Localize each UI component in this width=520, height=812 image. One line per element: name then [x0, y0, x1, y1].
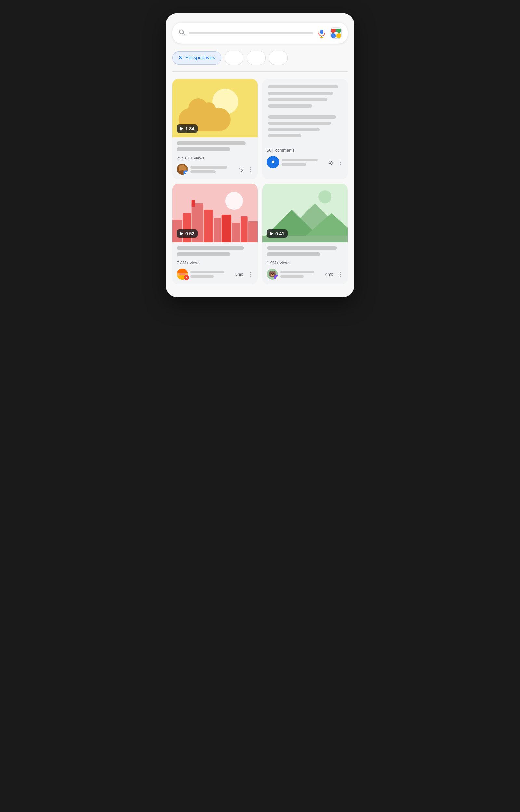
card-1-footer: ♥ 1y ⋮: [177, 164, 253, 175]
video-duration-3: 0:52: [177, 229, 198, 238]
svg-rect-18: [241, 216, 247, 242]
svg-rect-16: [222, 215, 231, 242]
card-4-author-bars: [281, 271, 323, 278]
section-divider: [172, 72, 348, 72]
search-input[interactable]: [189, 32, 313, 34]
heart-badge-1: ♥: [183, 170, 188, 175]
phone-container: ✕ Perspectives 1:34: [166, 13, 354, 297]
play-icon-3: [180, 231, 183, 235]
card-4-more-button[interactable]: ⋮: [337, 271, 343, 277]
card-1-author-bars: [190, 166, 236, 173]
card-4-footer: 🐻 ⚡ 4mo ⋮: [267, 269, 343, 280]
svg-rect-14: [204, 210, 213, 242]
svg-rect-15: [213, 218, 221, 242]
card-3[interactable]: 0:52 7.8M+ views ♥: [172, 184, 258, 284]
chip-active-label: Perspectives: [185, 55, 215, 61]
card-1-more-button[interactable]: ⋮: [247, 166, 253, 172]
card-4-title-line-2: [267, 252, 320, 256]
card-1-thumbnail: 1:34: [172, 79, 258, 137]
card-3-thumbnail: 0:52: [172, 184, 258, 242]
card-2-author-bars: [282, 159, 326, 166]
card-1-stats: 234.6K+ views: [177, 156, 253, 161]
card-4-thumbnail: 0:41: [262, 184, 348, 242]
card-4-body: 1.9M+ views 🐻 ⚡ 4mo ⋮: [262, 242, 348, 284]
card-2[interactable]: 50+ comments ✦ 2y ⋮: [262, 79, 348, 179]
card-4-time: 4mo: [325, 272, 334, 277]
card-3-author-bars: [190, 271, 233, 278]
search-icon: [178, 29, 185, 38]
card-3-time: 3mo: [235, 272, 243, 277]
card-2-footer: ✦ 2y ⋮: [267, 156, 343, 168]
filter-chips: ✕ Perspectives: [172, 51, 348, 65]
mic-icon[interactable]: [317, 29, 326, 38]
cards-grid: 1:34 234.6K+ views ♥: [172, 79, 348, 284]
chip-filter-2[interactable]: [225, 51, 243, 65]
chip-filter-3[interactable]: [247, 51, 265, 65]
card-2-stats: 50+ comments: [267, 148, 343, 153]
card-3-avatar: ♥: [177, 269, 188, 280]
star-icon: ✦: [270, 158, 276, 166]
lightning-badge-4: ⚡: [274, 275, 278, 280]
card-3-more-button[interactable]: ⋮: [247, 271, 253, 277]
video-duration-1: 1:34: [177, 124, 198, 133]
chip-x-icon: ✕: [178, 55, 183, 61]
svg-rect-19: [248, 221, 258, 242]
svg-rect-17: [232, 223, 240, 242]
card-1-time: 1y: [239, 167, 243, 172]
card-1-avatar: ♥: [177, 164, 188, 175]
card-1-title-line-2: [177, 147, 230, 151]
card-1-body: 234.6K+ views ♥ 1y ⋮: [172, 137, 258, 179]
chip-filter-4[interactable]: [269, 51, 288, 65]
svg-rect-2: [320, 30, 323, 34]
card-3-footer: ♥ 3mo ⋮: [177, 269, 253, 280]
svg-point-10: [334, 31, 338, 35]
svg-line-1: [183, 33, 185, 35]
play-icon-1: [180, 127, 183, 131]
card-3-title-line-1: [177, 246, 244, 250]
card-2-thumbnail: [262, 79, 348, 144]
card-2-body: 50+ comments ✦ 2y ⋮: [262, 144, 348, 173]
card-4[interactable]: 0:41 1.9M+ views 🐻 ⚡ 4mo ⋮: [262, 184, 348, 284]
card-4-avatar: 🐻 ⚡: [267, 269, 278, 280]
card-4-stats: 1.9M+ views: [267, 260, 343, 265]
svg-rect-12: [183, 213, 191, 242]
search-bar[interactable]: [172, 23, 348, 44]
heart-badge-3: ♥: [184, 275, 189, 280]
card-4-title-line-1: [267, 246, 337, 250]
play-icon-4: [270, 231, 273, 235]
card-3-title-line-2: [177, 252, 230, 256]
video-duration-4: 0:41: [267, 229, 288, 238]
card-1-title-line-1: [177, 141, 246, 145]
chip-perspectives[interactable]: ✕ Perspectives: [172, 51, 221, 65]
card-3-stats: 7.8M+ views: [177, 260, 253, 265]
card-2-more-button[interactable]: ⋮: [337, 159, 343, 165]
card-2-avatar: ✦: [267, 156, 279, 168]
lens-icon[interactable]: [330, 27, 342, 39]
card-1[interactable]: 1:34 234.6K+ views ♥: [172, 79, 258, 179]
card-3-body: 7.8M+ views ♥: [172, 242, 258, 284]
card-2-time: 2y: [329, 160, 334, 165]
svg-rect-20: [192, 200, 195, 206]
